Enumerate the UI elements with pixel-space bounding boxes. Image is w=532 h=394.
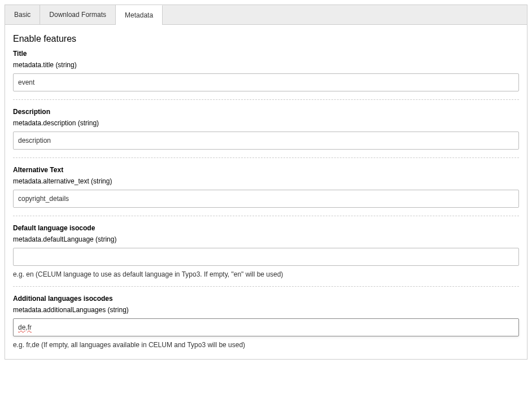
tab-panel-metadata: Enable features Title metadata.title (st… bbox=[5, 24, 527, 360]
additional-languages-input[interactable]: de,fr bbox=[13, 318, 519, 336]
field-help-default-language: e.g. en (CELUM language to use as defaul… bbox=[13, 270, 519, 278]
field-key-title: metadata.title (string) bbox=[13, 61, 519, 69]
field-key-description: metadata.description (string) bbox=[13, 119, 519, 127]
field-label-default-language: Default language isocode bbox=[13, 224, 519, 232]
field-label-title: Title bbox=[13, 50, 519, 58]
field-key-default-language: metadata.defaultLanguage (string) bbox=[13, 235, 519, 243]
section-heading: Enable features bbox=[13, 34, 519, 44]
tab-basic[interactable]: Basic bbox=[5, 5, 40, 24]
field-label-alternative-text: Alternative Text bbox=[13, 166, 519, 174]
field-alternative-text: Alternative Text metadata.alternative_te… bbox=[13, 166, 519, 216]
field-description: Description metadata.description (string… bbox=[13, 108, 519, 158]
field-label-additional-languages: Additional languages isocodes bbox=[13, 295, 519, 303]
field-help-additional-languages: e.g. fr,de (If empty, all languages avai… bbox=[13, 341, 519, 349]
field-label-description: Description bbox=[13, 108, 519, 116]
field-key-alternative-text: metadata.alternative_text (string) bbox=[13, 177, 519, 185]
alternative-text-input[interactable] bbox=[13, 190, 519, 208]
field-key-additional-languages: metadata.additionalLanguages (string) bbox=[13, 306, 519, 314]
tab-metadata[interactable]: Metadata bbox=[116, 5, 163, 25]
title-input[interactable] bbox=[13, 73, 519, 91]
additional-languages-input-value: de,fr bbox=[18, 323, 32, 331]
field-additional-languages: Additional languages isocodes metadata.a… bbox=[13, 295, 519, 349]
default-language-input[interactable] bbox=[13, 248, 519, 266]
field-title: Title metadata.title (string) bbox=[13, 50, 519, 100]
description-input[interactable] bbox=[13, 132, 519, 150]
field-default-language: Default language isocode metadata.defaul… bbox=[13, 224, 519, 287]
tab-download-formats[interactable]: Download Formats bbox=[40, 5, 116, 24]
tab-bar: Basic Download Formats Metadata bbox=[5, 5, 527, 24]
